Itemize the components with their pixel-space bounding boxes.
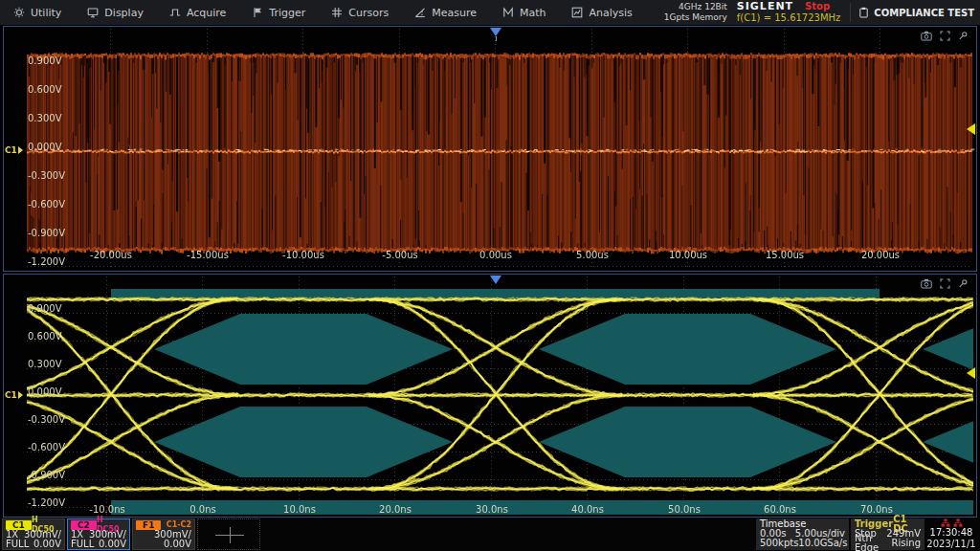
menu-measure[interactable]: Measure — [414, 7, 477, 19]
p1-vlabel: -0.300V — [28, 170, 65, 181]
p2-trigger-level-marker[interactable] — [967, 367, 975, 379]
analysis-icon — [571, 7, 583, 18]
menu-cursors-label: Cursors — [348, 7, 389, 19]
add-channel-button[interactable] — [197, 518, 260, 550]
p1-tlabel: 0.00us — [479, 250, 512, 260]
p1-vlabel: 0.600V — [28, 84, 61, 95]
channel-box-f1[interactable]: F1 C1-C2 300mV/ 0.00V — [132, 518, 195, 550]
p2-vlabel: 0.000V — [28, 386, 61, 397]
clock-time: 17:30:48 — [924, 527, 978, 539]
p2-trigger-position-marker[interactable] — [490, 276, 501, 284]
camera-icon[interactable] — [921, 278, 932, 289]
p1-tlabel: 15.00us — [766, 250, 804, 260]
menu-acquire-label: Acquire — [187, 7, 226, 19]
pin-icon[interactable] — [958, 31, 969, 41]
c1-offset: 0.00V — [33, 540, 61, 549]
waveform-panel-eye: 0.900V 0.600V 0.300V 0.000V -0.300V -0.6… — [3, 274, 977, 518]
p1-vlabel: -0.600V — [28, 199, 65, 209]
lan-icon — [941, 518, 950, 527]
p2-tlabel: 40.0ns — [571, 504, 604, 515]
channel-arrow-icon — [18, 391, 23, 399]
expand-icon[interactable] — [940, 278, 950, 289]
p2-tlabel: -10.0ns — [89, 504, 124, 515]
timebase-points: 500kpts — [760, 539, 798, 548]
menu-math[interactable]: Math — [502, 7, 546, 19]
p1-channel-marker[interactable]: C1 — [5, 145, 23, 155]
camera-icon[interactable] — [921, 31, 932, 41]
menu-trigger-label: Trigger — [269, 7, 305, 19]
p2-tlabel: 70.0ns — [860, 504, 893, 515]
bandwidth-label: 4GHz 12Bit — [664, 2, 727, 12]
memory-label: 1Gpts Memory — [664, 12, 727, 23]
compliance-mode-label: COMPLIANCE TEST — [874, 8, 974, 18]
channel-box-c2[interactable]: C2 H DC50 1X 300mV/ FULL 0.00V — [67, 518, 130, 550]
channel-arrow-icon — [18, 146, 23, 154]
p2-vlabel: -0.900V — [28, 470, 65, 480]
clipboard-icon — [858, 4, 869, 22]
trigger-type: Nth Edge — [855, 534, 892, 551]
main-waveform-canvas[interactable] — [4, 27, 976, 271]
status-bar: C1 H DC50 1X 300mV/ FULL 0.00V C2 H DC50… — [0, 518, 980, 551]
timebase-samplerate: 10.0GSa/s — [798, 539, 847, 548]
p2-tlabel: 50.0ns — [668, 504, 701, 515]
header-right: 4GHz 12Bit 1Gpts Memory SIGLENT Stop f(C… — [664, 0, 980, 25]
gear-icon — [13, 7, 25, 18]
p1-trigger-position-stem — [496, 36, 497, 41]
math-icon — [502, 7, 514, 18]
p1-vlabel: 0.000V — [28, 142, 61, 152]
menu-math-label: Math — [520, 7, 546, 19]
p1-corner-icons — [921, 31, 969, 41]
trigger-slope: Rising — [892, 539, 921, 548]
c2-bandwidth: FULL — [71, 540, 94, 549]
expand-icon[interactable] — [940, 31, 950, 41]
p1-vlabel: -0.900V — [28, 228, 65, 238]
p1-trigger-level-marker[interactable] — [967, 123, 975, 135]
p2-channel-marker[interactable]: C1 — [5, 390, 23, 400]
p1-tlabel: 20.00us — [861, 250, 900, 260]
menu-analysis[interactable]: Analysis — [571, 7, 632, 19]
p1-trigger-position-marker[interactable] — [490, 28, 501, 36]
menu-cursors[interactable]: Cursors — [331, 7, 389, 19]
c2-offset: 0.00V — [99, 540, 126, 549]
menu-trigger[interactable]: Trigger — [252, 7, 305, 19]
trigger-box[interactable]: Trigger C1 DC Stop 249mV Nth Edge Rising — [851, 518, 924, 550]
p1-tlabel: 5.00us — [576, 250, 609, 260]
p2-vlabel: -0.300V — [28, 414, 65, 425]
channel-box-c1[interactable]: C1 H DC50 1X 300mV/ FULL 0.00V — [2, 518, 65, 550]
menu-display[interactable]: Display — [87, 7, 144, 19]
measure-icon — [414, 7, 426, 18]
p2-vlabel: 0.600V — [28, 331, 61, 342]
pin-icon[interactable] — [958, 278, 969, 289]
p2-vlabel: -1.200V — [28, 497, 65, 508]
network-icons[interactable] — [924, 518, 978, 527]
menu-analysis-label: Analysis — [589, 7, 632, 19]
compliance-mode[interactable]: COMPLIANCE TEST — [850, 3, 974, 22]
p2-tlabel: 0.0ns — [189, 504, 215, 515]
p1-tlabel: -5.00us — [382, 250, 417, 260]
p1-tlabel: 10.00us — [669, 250, 707, 260]
frequency-readout: f(C1) = 15.61723MHz — [737, 12, 841, 24]
acquisition-status[interactable]: Stop — [805, 1, 830, 12]
menu-measure-label: Measure — [432, 7, 477, 19]
p2-tlabel: 60.0ns — [764, 504, 796, 515]
oscilloscope-screen: Utility Display Acquire Trigger Cursors … — [0, 0, 980, 551]
acquire-icon — [169, 7, 181, 18]
f1-offset: 0.00V — [164, 540, 191, 549]
clock-block: 17:30:48 2023/11/1 — [924, 518, 978, 550]
menu-utility[interactable]: Utility — [13, 7, 61, 19]
timebase-box[interactable]: Timebase 0.00s 5.00us/div 500kpts 10.0GS… — [756, 518, 849, 550]
eye-diagram-canvas[interactable] — [4, 275, 976, 517]
menu-acquire[interactable]: Acquire — [169, 7, 226, 19]
p2-tlabel: 20.0ns — [379, 504, 412, 515]
p2-tlabel: 30.0ns — [476, 504, 508, 515]
lan-icon — [953, 518, 963, 527]
menu-display-label: Display — [104, 7, 144, 19]
p2-vlabel: -0.600V — [28, 442, 65, 452]
p2-corner-icons — [921, 278, 969, 289]
p2-vlabel: 0.900V — [28, 303, 61, 314]
flag-icon — [252, 7, 263, 18]
menu-items: Utility Display Acquire Trigger Cursors … — [0, 7, 658, 19]
brand-block: SIGLENT Stop f(C1) = 15.61723MHz — [737, 1, 841, 24]
display-icon — [87, 7, 99, 18]
p2-tlabel: 10.0ns — [283, 504, 316, 515]
